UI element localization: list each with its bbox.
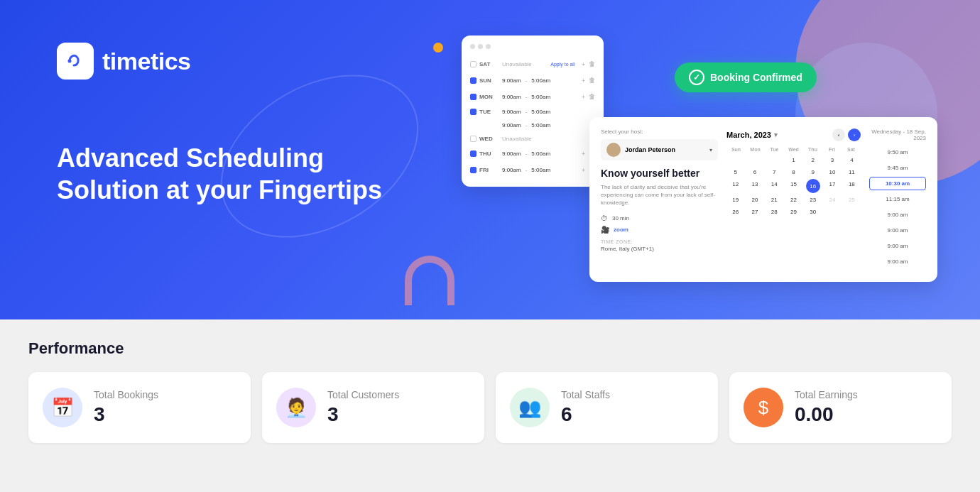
logo-text: timetics (102, 48, 191, 75)
wed-checkbox (470, 136, 477, 142)
cal-day-5[interactable]: 5 (726, 167, 744, 177)
earnings-label: Total Earnings (795, 389, 937, 400)
bookings-label: Total Bookings (94, 389, 236, 400)
booking-calendar: March, 2023 ▾ ‹ › Sun Mon Tue Wed Thu Fr… (726, 129, 861, 270)
calendar-icon: 📅 (51, 397, 74, 419)
cal-day-28[interactable]: 28 (766, 207, 783, 217)
cal-day-4[interactable]: 4 (843, 155, 861, 165)
tue-checkbox (470, 109, 477, 115)
bookings-icon-wrap: 📅 (43, 388, 82, 427)
platform-row: 🎥 zoom (601, 226, 718, 234)
cal-day-17[interactable]: 17 (823, 179, 841, 193)
cal-day-29[interactable]: 29 (785, 207, 802, 217)
schedule-row-tue: TUE 9:00am - 5:00am (470, 105, 595, 119)
cal-day-25: 25 (843, 195, 861, 205)
host-avatar (606, 143, 621, 157)
cal-day-27[interactable]: 27 (746, 207, 763, 217)
calendar-day-labels: Sun Mon Tue Wed Thu Fri Sat (726, 147, 861, 152)
time-slot-5[interactable]: 9:00 am (869, 224, 926, 237)
window-dots (470, 44, 595, 49)
cal-day-18[interactable]: 18 (843, 179, 861, 193)
deco-dot-orange (433, 43, 443, 53)
time-slot-2[interactable]: 10:30 am (869, 177, 926, 190)
cal-day-9[interactable]: 9 (804, 167, 822, 177)
cal-day-20[interactable]: 20 (746, 195, 763, 205)
next-month-button[interactable]: › (848, 129, 861, 141)
cal-day-14[interactable]: 14 (766, 179, 783, 193)
calendar-nav: ‹ › (832, 129, 861, 141)
customers-icon: 🧑‍💼 (285, 397, 307, 419)
cal-day-13[interactable]: 13 (746, 179, 763, 193)
booking-meta: ⏱ 30 min 🎥 zoom (601, 214, 718, 234)
calendar-grid: 1 2 3 4 5 6 7 8 9 10 11 12 13 14 15 16 1… (726, 155, 861, 217)
customers-label: Total Customers (327, 389, 470, 400)
cal-day-6[interactable]: 6 (746, 167, 763, 177)
cal-day-19[interactable]: 19 (726, 195, 744, 205)
fri-checkbox (470, 167, 477, 173)
customers-text: Total Customers 3 (327, 389, 470, 426)
host-select-label: Select your host: (601, 129, 718, 135)
cal-day-21[interactable]: 21 (766, 195, 783, 205)
cal-day-22[interactable]: 22 (785, 195, 802, 205)
staffs-label: Total Staffs (561, 389, 704, 400)
sat-checkbox (470, 61, 477, 67)
earnings-text: Total Earnings 0.00 (795, 389, 937, 426)
cal-day-26[interactable]: 26 (726, 207, 744, 217)
dot2 (478, 44, 483, 49)
platform-value: zoom (614, 226, 628, 233)
schedule-row-tue2: 9:00am - 5:00am (470, 119, 595, 132)
cal-day-30[interactable]: 30 (804, 207, 822, 217)
cal-day-16[interactable]: 16 (806, 179, 820, 193)
cal-day-23[interactable]: 23 (804, 195, 822, 205)
time-slot-7[interactable]: 9:00 am (869, 255, 926, 268)
tz-value: Rome, Italy (GMT+1) (601, 246, 718, 252)
customers-icon-wrap: 🧑‍💼 (276, 388, 316, 427)
booking-confirmed-badge: ✓ Booking Confirmed (675, 62, 817, 92)
cal-day-7[interactable]: 7 (766, 167, 783, 177)
bookings-value: 3 (94, 403, 236, 426)
schedule-row-wed: WED Unavailable (470, 132, 595, 146)
host-select-row[interactable]: Jordan Peterson ▾ (601, 139, 718, 160)
mon-checkbox (470, 94, 477, 100)
time-slot-4[interactable]: 9:00 am (869, 208, 926, 222)
cal-day-11[interactable]: 11 (843, 167, 861, 177)
staffs-value: 6 (561, 403, 704, 426)
cal-day-8[interactable]: 8 (785, 167, 802, 177)
dot3 (486, 44, 491, 49)
time-slot-3[interactable]: 11:15 am (869, 192, 926, 206)
cal-day-15[interactable]: 15 (785, 179, 802, 193)
logo-area: timetics (57, 43, 191, 80)
booking-title: Know yourself better (601, 168, 718, 179)
card-customers: 🧑‍💼 Total Customers 3 (262, 372, 484, 443)
performance-section: Performance 📅 Total Bookings 3 🧑‍💼 Total… (0, 319, 980, 492)
time-slot-0[interactable]: 9:50 am (869, 146, 926, 159)
schedule-row-fri: FRI 9:00am - 5:00am ＋ 🗑 (470, 162, 595, 178)
chevron-down-icon: ▾ (774, 131, 778, 138)
booking-widget: Select your host: Jordan Peterson ▾ Know… (589, 117, 937, 282)
staffs-text: Total Staffs 6 (561, 389, 704, 426)
schedule-row-mon: MON 9:00am - 5:00am ＋ 🗑 (470, 89, 595, 105)
cal-day-3[interactable]: 3 (823, 155, 841, 165)
duration-row: ⏱ 30 min (601, 214, 718, 222)
calendar-header: March, 2023 ▾ ‹ › (726, 129, 861, 141)
check-circle-icon: ✓ (689, 70, 704, 85)
performance-title: Performance (28, 339, 952, 358)
calendar-month: March, 2023 ▾ (726, 131, 778, 139)
performance-cards: 📅 Total Bookings 3 🧑‍💼 Total Customers 3… (28, 372, 952, 443)
prev-month-button[interactable]: ‹ (832, 129, 845, 141)
logo-icon (57, 43, 94, 80)
cal-day-1[interactable]: 1 (785, 155, 802, 165)
time-slot-1[interactable]: 9:45 am (869, 161, 926, 175)
clock-icon: ⏱ (601, 214, 608, 222)
booking-confirmed-label: Booking Confirmed (710, 72, 802, 83)
booking-description: The lack of clarity and decisive that yo… (601, 183, 718, 207)
video-icon: 🎥 (601, 226, 609, 234)
dot1 (470, 44, 475, 49)
staffs-icon-wrap: 👥 (510, 388, 550, 427)
time-slot-6[interactable]: 9:00 am (869, 239, 926, 253)
cal-day-2[interactable]: 2 (804, 155, 822, 165)
cal-day-10[interactable]: 10 (823, 167, 841, 177)
bookings-text: Total Bookings 3 (94, 389, 236, 426)
cal-day-12[interactable]: 12 (726, 179, 744, 193)
host-name: Jordan Peterson (625, 146, 705, 153)
